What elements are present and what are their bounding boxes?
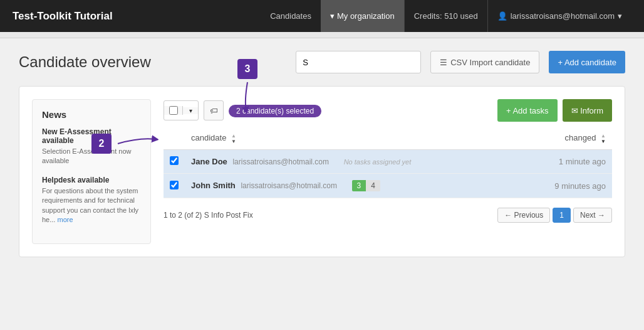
user-icon: 👤 [497, 11, 507, 21]
table-area: 2 [164, 99, 612, 244]
row1-changed-cell: 1 minute ago [520, 150, 612, 174]
add-tasks-button[interactable]: + Add tasks [497, 99, 558, 122]
inform-button[interactable]: ✉ Inform [563, 99, 612, 122]
main-card: News New E-Assessment available Selectio… [19, 86, 625, 257]
news-more-link[interactable]: more [57, 216, 73, 223]
page-title: Candidate overview [19, 53, 286, 71]
col-changed-header: changed ▲ ▼ [520, 128, 612, 150]
news-item-1-desc: Selection E-Assessment now available [42, 147, 141, 166]
row1-candidate-cell: Jane Doe larissatroisans@hotmail.com No … [185, 150, 520, 174]
news-item-1: New E-Assessment available Selection E-A… [42, 127, 141, 166]
row1-name[interactable]: Jane Doe [191, 157, 227, 166]
csv-import-button[interactable]: ☰ CSV Import candidate [430, 51, 539, 73]
col-checkbox [164, 128, 185, 150]
col-candidate-header: candidate ▲ ▼ [185, 128, 520, 150]
news-item-2-title: Helpdesk available [42, 176, 141, 184]
row2-email: larissatroisans@hotmail.com [241, 181, 337, 190]
row2-task-progress: 3 4 [352, 180, 380, 191]
tag-button[interactable]: 🏷 [204, 100, 224, 120]
credits-display: Credits: 510 used [404, 0, 488, 32]
row2-tasks-total: 4 [366, 180, 380, 191]
chevron-down-icon: ▾ [189, 107, 192, 114]
next-button[interactable]: Next → [573, 208, 612, 223]
row2-checkbox[interactable] [170, 181, 179, 189]
select-all-checkbox[interactable] [164, 106, 183, 115]
row1-no-tasks: No tasks assigned yet [344, 158, 412, 166]
page-header: Candidate overview ☰ CSV Import candidat… [19, 51, 625, 73]
pagination-row: 1 to 2 (of 2) S Info Post Fix ← Previous… [164, 208, 612, 223]
search-input[interactable] [296, 51, 421, 73]
row1-checkbox-cell[interactable] [164, 150, 185, 174]
header-nav: Candidates ▾ My organization Credits: 51… [261, 0, 631, 32]
sort-candidate-icon[interactable]: ▲ ▼ [231, 133, 236, 144]
candidates-table: candidate ▲ ▼ changed ▲ ▼ [164, 128, 612, 198]
main-content: Candidate overview ☰ CSV Import candidat… [0, 38, 644, 270]
row2-name[interactable]: John Smith [191, 181, 236, 190]
sort-changed-icon[interactable]: ▲ ▼ [601, 133, 606, 144]
nav-myorg[interactable]: ▾ My organization [321, 0, 404, 32]
news-panel: News New E-Assessment available Selectio… [32, 99, 151, 244]
subheader-bar [0, 32, 644, 38]
row2-checkbox-cell[interactable] [164, 174, 185, 198]
row2-candidate-cell: John Smith larissatroisans@hotmail.com 3… [185, 174, 520, 198]
select-all-dropdown[interactable]: ▾ [164, 100, 199, 120]
news-item-2-desc: For questions about the system requireme… [42, 186, 141, 225]
news-item-2: Helpdesk available For questions about t… [42, 176, 141, 225]
row1-email: larissatroisans@hotmail.com [232, 157, 329, 166]
app-logo: Test-Toolkit Tutorial [13, 10, 261, 23]
chevron-down-icon: ▾ [618, 11, 622, 21]
row2-tasks-done: 3 [352, 180, 366, 191]
add-candidate-button[interactable]: + Add candidate [549, 51, 625, 73]
table-row: John Smith larissatroisans@hotmail.com 3… [164, 174, 612, 198]
tag-icon: 🏷 [210, 106, 218, 115]
news-title: News [42, 109, 141, 120]
user-menu[interactable]: 👤 larissatroisans@hotmail.com ▾ [488, 0, 631, 32]
toolbar-row: ▾ 🏷 3 [164, 99, 612, 122]
news-item-1-title: New E-Assessment available [42, 127, 141, 145]
table-row: Jane Doe larissatroisans@hotmail.com No … [164, 150, 612, 174]
toolbar-right: + Add tasks ✉ Inform [497, 99, 612, 122]
row2-changed-cell: 9 minutes ago [520, 174, 612, 198]
csv-icon: ☰ [440, 58, 447, 67]
prev-button[interactable]: ← Previous [497, 208, 550, 223]
page-1-button[interactable]: 1 [553, 208, 571, 223]
pagination-controls: ← Previous 1 Next → [497, 208, 612, 223]
pagination-info: 1 to 2 (of 2) S Info Post Fix [164, 211, 253, 220]
select-dropdown-arrow[interactable]: ▾ [183, 107, 198, 114]
row1-checkbox[interactable] [170, 156, 179, 165]
selected-count-badge: 2 candidate(s) selected [229, 105, 321, 117]
nav-candidates[interactable]: Candidates [261, 0, 321, 32]
header: Test-Toolkit Tutorial Candidates ▾ My or… [0, 0, 644, 32]
